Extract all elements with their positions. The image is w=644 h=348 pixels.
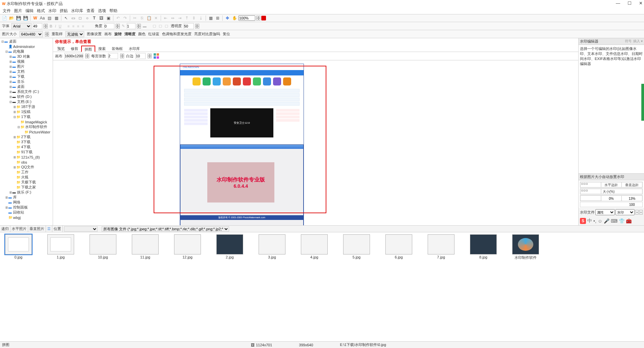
- shadow3-icon[interactable]: ▢: [164, 24, 169, 28]
- tree-node[interactable]: ⊞▬软件 (D:): [1, 94, 52, 99]
- wm-icon[interactable]: W: [32, 15, 38, 21]
- viewtab-预览[interactable]: 预览: [54, 45, 68, 52]
- position-select[interactable]: [64, 226, 98, 232]
- thumbnail[interactable]: 7.jpg: [427, 234, 455, 263]
- opacity-input[interactable]: [184, 23, 194, 29]
- batch-icon[interactable]: ▦: [53, 15, 59, 21]
- text-icon[interactable]: Aa: [39, 15, 45, 21]
- tree-node[interactable]: 📁下载之家: [1, 185, 52, 190]
- ime-emoji-icon[interactable]: ☺: [598, 218, 602, 224]
- tree-node[interactable]: 📁PictureWater: [1, 129, 52, 134]
- align-c-icon[interactable]: ⇔: [170, 15, 176, 21]
- tree-node[interactable]: ⊞▬库: [1, 195, 52, 200]
- cut-icon[interactable]: ✂: [132, 15, 138, 21]
- saveas-icon[interactable]: 💾: [22, 15, 29, 21]
- menu-文件[interactable]: 文件: [1, 8, 12, 14]
- canvas-area[interactable]: 拼图 ONLINEDOWN: [53, 60, 578, 225]
- ime-skin-icon[interactable]: 👕: [619, 218, 625, 224]
- snap-icon[interactable]: ⊞: [215, 15, 221, 21]
- new-icon[interactable]: 📄: [1, 15, 7, 21]
- wmfile-wm-select[interactable]: 水印: [615, 209, 635, 215]
- shadow1-icon[interactable]: ▢: [152, 24, 157, 28]
- tree-node[interactable]: ▬网络: [1, 200, 52, 205]
- sizepct-input[interactable]: [622, 202, 642, 207]
- tree-node[interactable]: 📁火狐: [1, 175, 52, 180]
- imgtb-7[interactable]: 亮度对比度伽吗: [194, 32, 221, 36]
- imgtb-0[interactable]: 图像设置: [86, 32, 102, 36]
- copy-icon[interactable]: ⎘: [139, 15, 145, 21]
- tree-node[interactable]: ⊞▬桌面: [1, 84, 52, 89]
- font-select[interactable]: Arial: [11, 23, 32, 29]
- alignc-icon[interactable]: ≡: [71, 24, 75, 28]
- filter-select[interactable]: 无滤镜: [65, 31, 84, 37]
- menu-水印库[interactable]: 水印库: [70, 8, 85, 14]
- menu-拼贴[interactable]: 拼贴: [58, 8, 69, 14]
- angle-spinner[interactable]: ▴▾: [116, 24, 120, 28]
- texttool-icon[interactable]: T: [91, 15, 97, 21]
- delete-icon[interactable]: ✕: [153, 15, 159, 21]
- imgsize-spinner[interactable]: ▴▾: [45, 32, 49, 37]
- tree-node[interactable]: ⊞▬图片: [1, 64, 52, 69]
- zoom-spinner[interactable]: ▴▾: [256, 16, 260, 20]
- viewtab-水印库[interactable]: 水印库: [126, 45, 143, 52]
- imgsize-select[interactable]: 640x480: [19, 31, 43, 37]
- wmfile-btn2[interactable]: ▫: [639, 210, 643, 215]
- maximize-button[interactable]: ☐: [628, 1, 632, 6]
- align-m-icon[interactable]: ⇕: [191, 15, 197, 21]
- pointer-icon[interactable]: ↖: [63, 15, 69, 21]
- redo-icon[interactable]: ↷: [122, 15, 128, 21]
- ime-punct-icon[interactable]: •,: [593, 218, 596, 224]
- listview-icon[interactable]: ☰: [46, 226, 52, 232]
- wmfile-attr-select[interactable]: 属性: [595, 209, 615, 215]
- tree-node[interactable]: 📁工作: [1, 170, 52, 175]
- align-b-icon[interactable]: ⤓: [198, 15, 204, 21]
- viewtab-搜索[interactable]: 搜索: [95, 45, 109, 52]
- ellipse-icon[interactable]: ○: [84, 15, 90, 21]
- tree-node[interactable]: ⊟▬桌面: [1, 39, 52, 44]
- ime-voice-icon[interactable]: 🎤: [604, 218, 609, 224]
- move-icon[interactable]: ✥: [224, 15, 230, 21]
- imgtb-1[interactable]: 画布: [104, 32, 112, 36]
- thumbnail-strip[interactable]: 0.jpg1.jpg10.jpg11.jpg12.jpg2.jpg3.jpg4.…: [0, 232, 644, 265]
- tree-node[interactable]: ⊞▬文档: [1, 69, 52, 74]
- undo-icon[interactable]: ↶: [115, 15, 121, 21]
- tree-node[interactable]: ⊞▬娱乐 (F:): [1, 190, 52, 195]
- align-l-icon[interactable]: ⇤: [163, 15, 169, 21]
- vert-tab[interactable]: 垂直照片: [28, 226, 46, 232]
- perpage-spinner[interactable]: ▴▾: [120, 54, 124, 58]
- fontsize-input[interactable]: [33, 23, 42, 29]
- tree-node[interactable]: ⊞▬音乐: [1, 79, 52, 84]
- panel-handle[interactable]: [641, 84, 644, 121]
- rect-icon[interactable]: □: [77, 15, 83, 21]
- sogou-icon[interactable]: S: [580, 218, 586, 224]
- shadow2-icon[interactable]: ▢: [158, 24, 163, 28]
- menu-图片[interactable]: 图片: [13, 8, 23, 14]
- thumbnail[interactable]: 水印制作软件: [511, 234, 540, 263]
- export-icon[interactable]: ▤: [46, 15, 52, 21]
- tree-node[interactable]: ⊟▬文档 (E:): [1, 99, 52, 104]
- tree-node[interactable]: ⊞📁121x75_(8): [1, 155, 52, 160]
- imgtb-2[interactable]: 旋转: [114, 32, 122, 36]
- tree-node[interactable]: ⊞📁QQ文件: [1, 165, 52, 170]
- italic-icon[interactable]: I: [54, 24, 57, 28]
- tree-node[interactable]: ⊞▬控制面板: [1, 205, 52, 210]
- vmargin-input[interactable]: [622, 196, 642, 201]
- tree-node[interactable]: 📁91下载: [1, 150, 52, 155]
- align-r-icon[interactable]: ⇥: [177, 15, 183, 21]
- crop-icon[interactable]: ▭: [70, 15, 76, 21]
- tree-node[interactable]: 📁4下载: [1, 144, 52, 150]
- tree-node[interactable]: 📁ImageMagick: [1, 119, 52, 124]
- ime-lang[interactable]: 中: [587, 218, 592, 224]
- alignl-icon[interactable]: ≡: [67, 24, 70, 28]
- pen-icon[interactable]: ✎: [121, 24, 125, 28]
- viewtab-装饰框[interactable]: 装饰框: [109, 45, 126, 52]
- resample-button[interactable]: 重取样: [51, 32, 63, 37]
- thumbnail[interactable]: 6.jpg: [384, 234, 413, 263]
- thumbnail[interactable]: 4.jpg: [300, 234, 329, 263]
- thumbnail[interactable]: 12.jpg: [173, 234, 202, 263]
- tree-node[interactable]: 📁天极下载: [1, 180, 52, 185]
- thumbnail[interactable]: 11.jpg: [131, 234, 160, 263]
- tree-node[interactable]: 📁obs: [1, 160, 52, 165]
- fill-icon[interactable]: ▬: [142, 24, 147, 28]
- fontsize-spinner[interactable]: ▴▾: [44, 24, 48, 28]
